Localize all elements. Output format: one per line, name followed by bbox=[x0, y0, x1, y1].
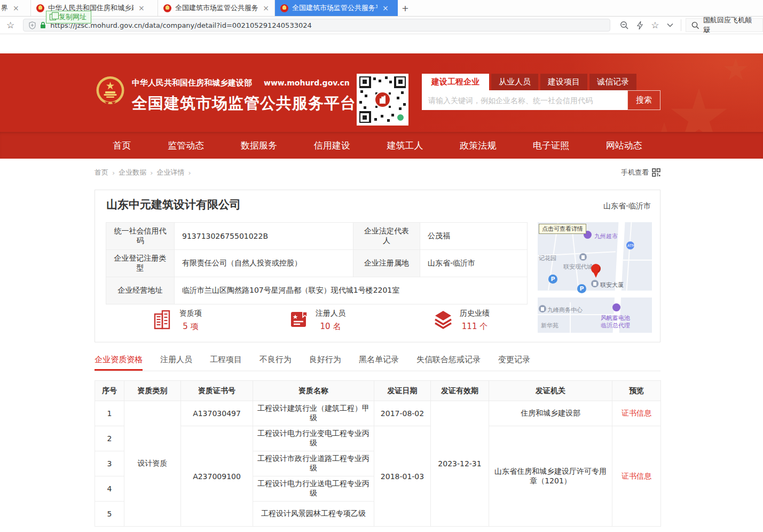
building-poi-icon bbox=[579, 253, 587, 261]
new-tab-button[interactable]: + bbox=[398, 0, 413, 16]
tab-close-icon[interactable]: × bbox=[13, 4, 19, 12]
chevron-down-icon[interactable] bbox=[667, 23, 673, 27]
browser-tab-strip: 界 × 中华人民共和国住房和城乡建设 × 全国建筑市场监管公共服务平台 × 全国… bbox=[0, 0, 763, 17]
tab-change-records[interactable]: 变更记录 bbox=[498, 355, 530, 371]
cell-qual-name: 工程设计市政行业道路工程专业丙级 bbox=[253, 451, 374, 476]
breadcrumb: 首页 › 企业数据 › 企业详情 › 手机查看 bbox=[95, 168, 660, 177]
reg-type-label: 企业登记注册类型 bbox=[106, 250, 175, 277]
favorite-star-icon[interactable]: ☆ bbox=[651, 20, 659, 30]
map-road bbox=[622, 260, 652, 261]
certificate-info-link[interactable]: 证书信息 bbox=[622, 472, 651, 480]
cell-authority: 山东省住房和城乡建设厅许可专用章（1201） bbox=[489, 426, 612, 527]
browser-tab-partial[interactable]: 界 × bbox=[0, 0, 31, 16]
search-tab-enterprise[interactable]: 建设工程企业 bbox=[422, 74, 489, 90]
tab-blacklist[interactable]: 黑名单记录 bbox=[359, 355, 399, 371]
bookmark-star-icon[interactable]: ☆ bbox=[6, 20, 14, 30]
stat-registered-personnel: 注册人员 10 名 bbox=[289, 309, 345, 332]
tab-registered-personnel[interactable]: 注册人员 bbox=[160, 355, 192, 371]
map-label-tower: 联安大厦 bbox=[600, 281, 624, 289]
nav-item-home[interactable]: 首页 bbox=[113, 139, 131, 152]
cell-issue-date: 2018-01-03 bbox=[374, 426, 431, 527]
map-label-battery-1: 风帆蓄电池 bbox=[601, 314, 630, 322]
tab-dishonesty[interactable]: 失信联合惩戒记录 bbox=[416, 355, 481, 371]
tab-qualifications[interactable]: 企业资质资格 bbox=[95, 355, 143, 371]
nav-item-certificate[interactable]: 电子证照 bbox=[533, 139, 569, 152]
col-name: 资质名称 bbox=[253, 381, 374, 401]
tab-title: 全国建筑市场监管公共服务平台 bbox=[292, 3, 377, 13]
location-map[interactable]: 九州超市 ATM 记花园 联安现代城 P P 联安大厦 九峰商务中心 风帆蓄电池… bbox=[538, 222, 652, 333]
tab-title: 界 bbox=[1, 3, 8, 13]
browser-tab-jzsc-active[interactable]: 全国建筑市场监管公共服务平台 × bbox=[275, 0, 398, 16]
stat-qualifications: 资质项 5 项 bbox=[153, 309, 202, 332]
nav-item-credit[interactable]: 信用建设 bbox=[314, 139, 350, 152]
col-issue-date: 发证日期 bbox=[374, 381, 431, 401]
quick-search-text[interactable]: 国航回应飞机颠簸 bbox=[703, 15, 757, 35]
reg-region-value: 山东省-临沂市 bbox=[420, 250, 528, 277]
cell-qual-name: 工程设计风景园林工程专项乙级 bbox=[253, 502, 374, 527]
tab-projects[interactable]: 工程项目 bbox=[210, 355, 242, 371]
breadcrumb-separator: › bbox=[188, 169, 191, 177]
breadcrumb-company-data[interactable]: 企业数据 bbox=[119, 168, 146, 177]
cell-qual-name: 工程设计电力行业变电工程专业丙级 bbox=[253, 426, 374, 451]
map-label-xinhua: 新华苑 bbox=[541, 322, 559, 330]
browser-toolbar-icons: ☆ bbox=[620, 20, 673, 30]
browser-tab-jzsc-1[interactable]: 全国建筑市场监管公共服务平台 × bbox=[158, 0, 275, 16]
stat-label: 资质项 bbox=[179, 309, 202, 318]
keyword-search-input[interactable] bbox=[422, 90, 627, 110]
lightning-icon[interactable] bbox=[636, 21, 643, 30]
nav-item-data-service[interactable]: 数据服务 bbox=[241, 139, 277, 152]
search-tab-project[interactable]: 建设项目 bbox=[540, 74, 587, 90]
address-value: 临沂市兰山区陶然路107号星河晶都（联安）现代城1号楼2201室 bbox=[175, 277, 528, 304]
cell-seq: 4 bbox=[95, 476, 124, 502]
mobile-view-link[interactable]: 手机查看 bbox=[621, 168, 660, 177]
stat-history-performance: 历史业绩 111 个 bbox=[433, 309, 490, 332]
breadcrumb-home[interactable]: 首页 bbox=[95, 168, 108, 177]
search-tab-credit[interactable]: 诚信记录 bbox=[589, 74, 636, 90]
search-button[interactable]: 搜索 bbox=[627, 90, 660, 110]
search-tab-personnel[interactable]: 从业人员 bbox=[491, 74, 538, 90]
table-row: 1 设计资质 A137030497 工程设计建筑行业（建筑工程）甲级 2017-… bbox=[95, 401, 661, 426]
breadcrumb-company-detail[interactable]: 企业详情 bbox=[156, 168, 184, 177]
tab-close-icon[interactable]: × bbox=[138, 4, 145, 12]
company-name: 山东中元建筑设计有限公司 bbox=[106, 197, 241, 212]
map-label-atm: ATM bbox=[627, 244, 635, 248]
zoom-out-icon[interactable] bbox=[620, 21, 629, 30]
site-title-block: 中华人民共和国住房和城乡建设部 www.mohurd.gov.cn 全国建筑市场… bbox=[132, 78, 356, 114]
company-stats: 资质项 5 项 注册人员 10 名 bbox=[95, 309, 528, 337]
cell-cert-no: A237009100 bbox=[181, 426, 253, 527]
map-label-supermarket: 九州超市 bbox=[594, 232, 618, 240]
emblem-favicon-icon bbox=[280, 4, 288, 12]
cell-seq: 5 bbox=[95, 502, 124, 527]
certificate-info-link[interactable]: 证书信息 bbox=[622, 409, 651, 417]
col-preview: 预览 bbox=[612, 381, 661, 401]
tab-bad-behavior[interactable]: 不良行为 bbox=[259, 355, 292, 371]
breadcrumb-separator: › bbox=[112, 169, 115, 177]
cell-category: 设计资质 bbox=[124, 401, 181, 527]
tab-close-icon[interactable]: × bbox=[263, 4, 269, 12]
parking-icon: P bbox=[577, 284, 586, 293]
col-authority: 发证机关 bbox=[489, 381, 612, 401]
nav-item-supervision[interactable]: 监管动态 bbox=[168, 139, 204, 152]
stat-value: 5 项 bbox=[179, 322, 202, 332]
nav-item-workers[interactable]: 建筑工人 bbox=[387, 139, 423, 152]
company-region: 山东省-临沂市 bbox=[603, 201, 651, 211]
quick-search-box[interactable]: 国航回应飞机颠簸 bbox=[686, 18, 763, 32]
map-road bbox=[538, 291, 652, 298]
qr-code-icon[interactable] bbox=[652, 168, 660, 177]
tab-close-icon[interactable]: × bbox=[382, 4, 389, 12]
nav-item-policy[interactable]: 政策法规 bbox=[460, 139, 496, 152]
stat-value: 111 个 bbox=[460, 322, 490, 332]
tab-good-behavior[interactable]: 良好行为 bbox=[309, 355, 341, 371]
address-omnibox[interactable]: https://jzsc.mohurd.gov.cn/data/company/… bbox=[23, 19, 610, 32]
credit-code-value: 91371302675501022B bbox=[175, 223, 353, 250]
reg-type-value: 有限责任公司（自然人投资或控股） bbox=[175, 250, 353, 277]
shield-icon[interactable] bbox=[29, 21, 36, 29]
map-tooltip: 点击可查看详情 bbox=[539, 224, 586, 234]
company-info-table: 统一社会信用代码 91371302675501022B 企业法定代表人 公茂福 … bbox=[106, 222, 528, 304]
map-label-garden: 记花园 bbox=[539, 254, 556, 262]
nav-item-site-news[interactable]: 网站动态 bbox=[606, 139, 642, 152]
cell-authority: 住房和城乡建设部 bbox=[489, 401, 612, 426]
cell-seq: 3 bbox=[95, 451, 124, 476]
company-summary-card: 山东中元建筑设计有限公司 山东省-临沂市 统一社会信用代码 9137130267… bbox=[95, 190, 660, 342]
map-road bbox=[572, 233, 579, 291]
